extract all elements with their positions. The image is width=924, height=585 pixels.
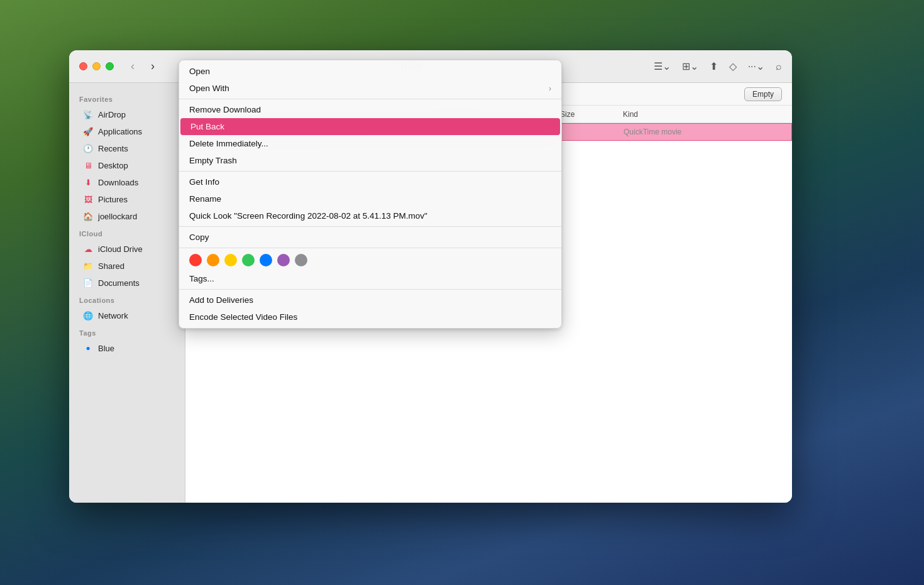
menu-item-tags[interactable]: Tags... <box>179 270 561 287</box>
menu-separator <box>179 289 561 290</box>
sidebar-item-icloud-drive[interactable]: ☁ iCloud Drive <box>73 241 181 257</box>
sidebar-item-label: Pictures <box>98 195 128 204</box>
menu-item-label: Copy <box>189 232 209 242</box>
sidebar-item-desktop[interactable]: 🖥 Desktop <box>73 157 181 173</box>
menu-item-get-info[interactable]: Get Info <box>179 173 561 190</box>
toolbar-actions: ☰⌄ ⊞⌄ ⬆ ◇ ···⌄ ⌕ <box>654 60 782 72</box>
sidebar-item-label: Blue <box>98 344 114 353</box>
color-dot-red[interactable] <box>189 254 202 266</box>
sidebar-item-network[interactable]: 🌐 Network <box>73 307 181 324</box>
col-size-header[interactable]: Size <box>560 110 623 119</box>
menu-item-label: Add to Deliveries <box>189 295 253 305</box>
sidebar-item-label: Desktop <box>98 161 128 170</box>
menu-item-encode-video[interactable]: Encode Selected Video Files <box>179 309 561 325</box>
icloud-label: iCloud <box>69 225 185 240</box>
sidebar-item-documents[interactable]: 📄 Documents <box>73 275 181 291</box>
color-dot-blue[interactable] <box>260 254 272 266</box>
sidebar-item-applications[interactable]: 🚀 Applications <box>73 123 181 139</box>
back-button[interactable]: ‹ <box>124 58 141 75</box>
grid-view-icon[interactable]: ⊞⌄ <box>682 60 698 72</box>
tags-label: Tags <box>69 324 185 339</box>
sidebar-item-label: joellockard <box>98 212 137 221</box>
maximize-button[interactable] <box>106 62 114 70</box>
more-icon[interactable]: ···⌄ <box>748 60 764 72</box>
menu-item-open-with[interactable]: Open With › <box>179 80 561 97</box>
sidebar-item-downloads[interactable]: ⬇ Downloads <box>73 174 181 190</box>
sidebar-item-blue-tag[interactable]: ● Blue <box>73 340 181 356</box>
sidebar-item-shared[interactable]: 📁 Shared <box>73 258 181 274</box>
menu-item-label: Quick Look "Screen Recording 2022-08-02 … <box>189 211 427 221</box>
color-dot-green[interactable] <box>242 254 255 266</box>
color-dot-orange[interactable] <box>207 254 219 266</box>
list-view-icon[interactable]: ☰⌄ <box>654 60 671 72</box>
shared-icon: 📁 <box>83 261 93 271</box>
sidebar-item-label: iCloud Drive <box>98 244 143 254</box>
pictures-icon: 🖼 <box>83 194 93 204</box>
menu-item-put-back[interactable]: Put Back <box>180 118 560 135</box>
menu-item-label: Encode Selected Video Files <box>189 312 297 322</box>
favorites-label: Favorites <box>69 90 185 106</box>
menu-item-quick-look[interactable]: Quick Look "Screen Recording 2022-08-02 … <box>179 207 561 224</box>
downloads-icon: ⬇ <box>83 177 93 187</box>
menu-separator <box>179 171 561 172</box>
menu-item-rename[interactable]: Rename <box>179 190 561 207</box>
sidebar-item-airdrop[interactable]: 📡 AirDrop <box>73 106 181 123</box>
color-dot-purple[interactable] <box>277 254 290 266</box>
menu-item-label: Remove Download <box>189 105 261 114</box>
traffic-lights <box>79 62 114 70</box>
minimize-button[interactable] <box>92 62 101 70</box>
color-dot-yellow[interactable] <box>224 254 237 266</box>
menu-item-add-to-deliveries[interactable]: Add to Deliveries <box>179 292 561 309</box>
empty-button[interactable]: Empty <box>744 87 782 101</box>
documents-icon: 📄 <box>83 278 93 288</box>
sidebar: Favorites 📡 AirDrop 🚀 Applications 🕐 Rec… <box>69 83 185 503</box>
applications-icon: 🚀 <box>83 126 93 136</box>
sidebar-item-label: Downloads <box>98 178 138 187</box>
icloud-icon: ☁ <box>83 244 93 254</box>
menu-item-empty-trash[interactable]: Empty Trash <box>179 152 561 169</box>
file-kind: QuickTime movie <box>624 128 781 136</box>
menu-separator <box>179 248 561 248</box>
menu-item-open[interactable]: Open <box>179 63 561 80</box>
close-button[interactable] <box>79 62 87 70</box>
menu-item-label: Get Info <box>189 177 219 187</box>
tag-icon[interactable]: ◇ <box>729 60 737 72</box>
sidebar-item-label: Recents <box>98 144 128 153</box>
network-icon: 🌐 <box>83 310 93 320</box>
context-menu: Open Open With › Remove Download Put Bac… <box>179 60 562 329</box>
desktop-icon: 🖥 <box>83 160 93 170</box>
color-dots-row <box>179 250 561 270</box>
recents-icon: 🕐 <box>83 143 93 153</box>
menu-item-remove-download[interactable]: Remove Download <box>179 101 561 118</box>
locations-label: Locations <box>69 292 185 307</box>
share-icon[interactable]: ⬆ <box>710 60 718 72</box>
sidebar-item-recents[interactable]: 🕐 Recents <box>73 140 181 156</box>
home-icon: 🏠 <box>83 211 93 221</box>
sidebar-item-label: Applications <box>98 127 142 136</box>
menu-item-label: Tags... <box>189 274 214 283</box>
menu-item-label: Delete Immediately... <box>189 139 268 148</box>
menu-item-label: Rename <box>189 194 221 204</box>
sidebar-item-home[interactable]: 🏠 joellockard <box>73 208 181 224</box>
col-kind-header[interactable]: Kind <box>623 110 782 119</box>
airdrop-icon: 📡 <box>83 109 93 119</box>
search-icon[interactable]: ⌕ <box>776 61 782 72</box>
forward-button[interactable]: › <box>144 58 162 75</box>
nav-buttons: ‹ › <box>124 58 162 75</box>
menu-item-label: Open With <box>189 84 229 93</box>
sidebar-item-label: Network <box>98 311 128 320</box>
sidebar-item-label: AirDrop <box>98 110 126 119</box>
menu-item-label: Put Back <box>190 122 224 131</box>
sidebar-item-label: Documents <box>98 278 140 288</box>
menu-item-delete-immediately[interactable]: Delete Immediately... <box>179 135 561 152</box>
menu-separator <box>179 226 561 227</box>
sidebar-item-pictures[interactable]: 🖼 Pictures <box>73 191 181 207</box>
menu-item-copy[interactable]: Copy <box>179 229 561 246</box>
color-dot-gray[interactable] <box>295 254 307 266</box>
menu-separator <box>179 99 561 99</box>
sidebar-item-label: Shared <box>98 261 124 271</box>
blue-tag-icon: ● <box>83 343 93 353</box>
menu-item-label: Open <box>189 67 210 76</box>
menu-item-label: Empty Trash <box>189 156 237 165</box>
submenu-chevron-icon: › <box>549 84 551 93</box>
